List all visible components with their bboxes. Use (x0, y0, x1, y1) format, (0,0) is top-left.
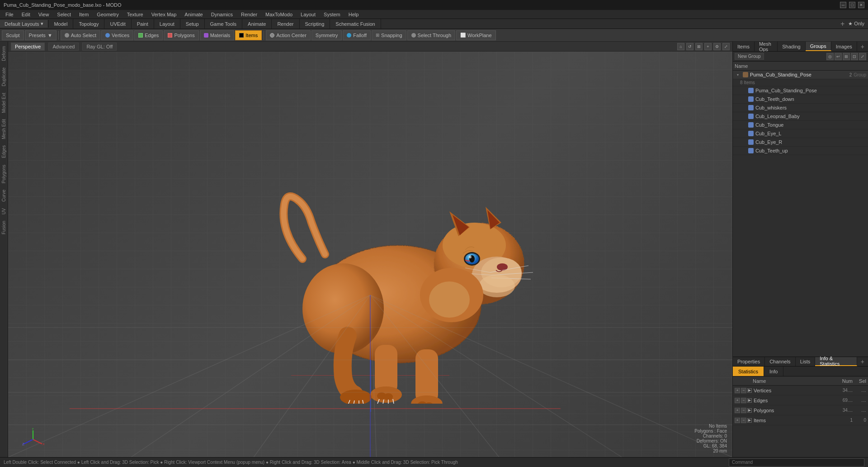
menu-layout[interactable]: Layout (297, 11, 319, 18)
stats-sub-btn-edges[interactable]: − (741, 398, 746, 403)
polygons-button[interactable]: Polygons (164, 30, 198, 40)
default-layout-dropdown[interactable]: Default Layouts ▾ (0, 20, 48, 28)
menu-select[interactable]: Select (53, 11, 75, 18)
viewport-ctrl-zoom-fit[interactable]: ⊠ (695, 43, 703, 50)
sculpt-button[interactable]: Sculpt (2, 30, 24, 40)
list-item-8[interactable]: Cub_Teeth_up (733, 147, 868, 155)
presets-button[interactable]: Presets ▼ (25, 30, 57, 40)
menu-view[interactable]: View (35, 11, 53, 18)
stats-expand-vertices[interactable]: ▶ (747, 388, 752, 393)
minimize-button[interactable]: ─ (840, 2, 846, 8)
menu-vertex-map[interactable]: Vertex Map (148, 11, 180, 18)
sidebar-item-duplicate[interactable]: Duplicate (0, 65, 7, 89)
groups-list[interactable]: ▾ Puma_Cub_Standing_Pose 2 Group 8 Items (733, 71, 868, 357)
list-item-6[interactable]: Cub_Eye_L (733, 129, 868, 138)
stats-sub-btn-polygons[interactable]: − (741, 408, 746, 413)
viewport-3d[interactable]: X Y Z No Items Polygons : Face Channels:… (8, 52, 732, 457)
right-tab-channels[interactable]: Channels (765, 357, 795, 366)
viewport-ctrl-refresh[interactable]: ↺ (686, 43, 693, 50)
new-group-button[interactable]: New Group (735, 53, 764, 60)
viewport-tab-advanced[interactable]: Advanced (48, 43, 79, 51)
viewport-ctrl-maximize[interactable]: ⤢ (722, 43, 730, 50)
sidebar-item-mesh-edit[interactable]: Mesh Edit (0, 116, 7, 142)
stats-expand-items[interactable]: ▶ (747, 418, 752, 423)
tab-game-tools[interactable]: Game Tools (205, 19, 243, 29)
items-button[interactable]: Items (235, 30, 262, 40)
sidebar-item-polygons[interactable]: Polygons (0, 162, 7, 186)
stats-add-btn-polygons[interactable]: + (735, 408, 740, 413)
add-layout-tab[interactable]: + (840, 20, 844, 28)
list-item-4[interactable]: Cub_Leoprad_Baby (733, 112, 868, 121)
tab-scripting[interactable]: Scripting (300, 19, 330, 29)
sidebar-item-curve[interactable]: Curve (0, 187, 7, 205)
right-tab-properties[interactable]: Properties (733, 357, 765, 366)
right-tab-groups[interactable]: Groups (806, 42, 831, 51)
action-center-button[interactable]: Action Center (266, 30, 311, 40)
list-item-5[interactable]: Cub_Tongue (733, 121, 868, 129)
groups-btn-1[interactable]: ◎ (826, 53, 834, 60)
workplane-button[interactable]: ⬜ WorkPlane (456, 30, 496, 40)
viewport-tab-ray-gl[interactable]: Ray GL: Off (82, 43, 117, 51)
stats-expand-edges[interactable]: ▶ (747, 398, 752, 403)
materials-button[interactable]: Materials (200, 30, 235, 40)
tab-paint[interactable]: Paint (132, 19, 154, 29)
sidebar-item-uv[interactable]: UV (0, 205, 7, 217)
tab-schematic-fusion[interactable]: Schematic Fusion (330, 19, 381, 29)
menu-maxtomodo[interactable]: MaxToModo (262, 11, 296, 18)
sidebar-item-model-ext[interactable]: Model Ext (0, 90, 7, 115)
menu-render[interactable]: Render (237, 11, 261, 18)
stats-tab-statistics[interactable]: Statistics (733, 367, 764, 376)
maximize-button[interactable]: □ (849, 2, 855, 8)
menu-animate[interactable]: Animate (181, 11, 206, 18)
tab-layout[interactable]: Layout (154, 19, 180, 29)
tab-uvedit[interactable]: UVEdit (104, 19, 131, 29)
viewport-ctrl-home[interactable]: ⌂ (677, 43, 684, 50)
close-button[interactable]: ✕ (858, 2, 864, 8)
viewport-tab-perspective[interactable]: Perspective (11, 43, 45, 51)
right-tab-info-statistics[interactable]: Info & Statistics (815, 357, 857, 366)
menu-item[interactable]: Item (75, 11, 92, 18)
viewport-ctrl-settings[interactable]: ⚙ (713, 43, 721, 50)
list-item-7[interactable]: Cub_Eye_R (733, 138, 868, 147)
edges-button[interactable]: Edges (134, 30, 163, 40)
stats-add-btn-items[interactable]: + (735, 418, 740, 423)
right-tab-lists[interactable]: Lists (796, 357, 816, 366)
falloff-button[interactable]: Falloff (343, 30, 371, 40)
menu-texture[interactable]: Texture (123, 11, 147, 18)
expand-arrow-icon[interactable]: ▾ (735, 71, 741, 78)
stats-sub-btn-vertices[interactable]: − (741, 388, 746, 393)
list-item-3[interactable]: Cub_whiskers (733, 104, 868, 112)
sidebar-item-fusion[interactable]: Fusion (0, 218, 7, 237)
menu-help[interactable]: Help (345, 11, 363, 18)
sidebar-item-deform[interactable]: Deform (0, 43, 7, 64)
command-input[interactable] (729, 458, 864, 467)
right-tab-mesh-ops[interactable]: Mesh Ops (755, 42, 778, 51)
stats-sub-btn-items[interactable]: − (741, 418, 746, 423)
groups-btn-3[interactable]: ⊞ (843, 53, 850, 60)
menu-system[interactable]: System (320, 11, 344, 18)
right-tab-images[interactable]: Images (831, 42, 857, 51)
tab-setup[interactable]: Setup (180, 19, 205, 29)
stats-tab-info[interactable]: Info (764, 367, 783, 376)
menu-geometry[interactable]: Geometry (93, 11, 122, 18)
add-right-tab[interactable]: + (857, 42, 868, 52)
menu-edit[interactable]: Edit (18, 11, 34, 18)
tab-animate[interactable]: Animate (242, 19, 272, 29)
stats-expand-polygons[interactable]: ▶ (747, 408, 752, 413)
right-tab-items[interactable]: Items (733, 42, 755, 51)
viewport-ctrl-zoom-in[interactable]: + (704, 43, 712, 50)
viewport[interactable]: Perspective Advanced Ray GL: Off ⌂ ↺ ⊠ +… (8, 42, 732, 457)
sidebar-item-edges[interactable]: Edges (0, 143, 7, 161)
right-tab-shading[interactable]: Shading (778, 42, 805, 51)
list-item-1[interactable]: Puma_Cub_Standing_Pose (733, 86, 868, 95)
groups-btn-2[interactable]: ↩ (835, 53, 842, 60)
select-through-button[interactable]: Select Through (407, 30, 455, 40)
group-items-count[interactable]: 8 Items (733, 79, 868, 86)
tab-topology[interactable]: Topology (73, 19, 104, 29)
snapping-button[interactable]: ⊞ Snapping (372, 30, 406, 40)
list-item-2[interactable]: Cub_Teeth_down (733, 95, 868, 104)
groups-btn-5[interactable]: ⤢ (859, 53, 866, 60)
symmetry-button[interactable]: Symmetry (311, 30, 342, 40)
tab-model[interactable]: Model (48, 19, 73, 29)
auto-select-button[interactable]: Auto Select (61, 30, 100, 40)
